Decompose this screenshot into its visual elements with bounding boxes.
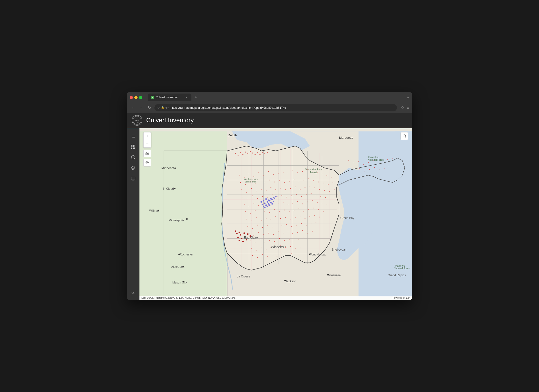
svg-point-322 [183, 281, 184, 283]
svg-point-235 [277, 256, 277, 257]
sidebar: >> [127, 128, 139, 300]
bookmark-star-button[interactable]: ☆ [401, 105, 404, 110]
svg-text:Minnesota: Minnesota [161, 166, 176, 170]
minimize-traffic-light[interactable] [134, 96, 138, 99]
svg-point-188 [296, 225, 297, 225]
svg-point-86 [323, 183, 324, 183]
svg-point-107 [329, 191, 330, 192]
svg-point-157 [303, 211, 304, 211]
svg-point-320 [182, 266, 184, 267]
svg-point-123 [311, 193, 312, 194]
svg-point-106 [324, 190, 325, 191]
title-bar: Culvert Inventory × + ∨ [127, 92, 412, 103]
svg-point-267 [257, 152, 258, 153]
svg-point-153 [284, 210, 285, 210]
svg-point-56 [273, 174, 274, 175]
svg-point-272 [261, 201, 262, 203]
forward-button[interactable]: → [138, 105, 144, 111]
location-button[interactable] [143, 159, 151, 167]
svg-text:Minneapolis: Minneapolis [169, 219, 184, 222]
svg-point-118 [286, 197, 287, 197]
maximize-traffic-light[interactable] [139, 96, 142, 99]
svg-point-263 [247, 153, 248, 154]
sidebar-item-layers[interactable] [128, 163, 138, 173]
active-tab[interactable]: Culvert Inventory × [148, 94, 191, 101]
sidebar-item-screen[interactable] [128, 174, 138, 183]
svg-point-246 [383, 161, 383, 162]
browser-menu-button[interactable]: ≡ [407, 106, 409, 110]
svg-point-161 [323, 211, 324, 211]
svg-point-57 [278, 173, 279, 174]
svg-text:National Forest: National Forest [394, 267, 410, 270]
refresh-button[interactable]: ↻ [146, 105, 153, 111]
tab-close-button[interactable]: × [185, 95, 189, 99]
svg-point-201 [288, 232, 288, 232]
svg-point-87 [328, 184, 328, 185]
svg-point-255 [379, 169, 380, 170]
map-area[interactable]: Duluth Marquette Minnesota St Cloud Minn… [139, 128, 412, 300]
svg-point-220 [256, 250, 257, 251]
svg-point-55 [268, 171, 269, 172]
close-traffic-light[interactable] [130, 96, 133, 99]
svg-point-156 [299, 208, 299, 209]
svg-point-248 [392, 158, 393, 159]
svg-point-187 [291, 226, 292, 227]
svg-point-213 [279, 238, 280, 239]
svg-point-193 [249, 233, 249, 234]
svg-point-273 [263, 200, 264, 202]
svg-point-128 [249, 206, 249, 207]
svg-point-256 [384, 168, 385, 169]
svg-text:Willmar: Willmar [149, 209, 159, 212]
new-tab-button[interactable]: + [192, 94, 199, 101]
svg-point-91 [251, 188, 252, 189]
svg-point-260 [240, 152, 241, 153]
svg-rect-18 [134, 148, 135, 148]
sidebar-expand-button[interactable]: >> [128, 289, 138, 297]
back-button[interactable]: ← [130, 105, 136, 111]
svg-point-200 [283, 233, 284, 233]
sidebar-item-info[interactable] [128, 152, 138, 162]
svg-point-74 [264, 183, 265, 183]
svg-point-104 [314, 188, 315, 188]
address-bar[interactable]: 🛡 🔒 ⊘≡ https://uw-mad.maps.arcgis.com/ap… [154, 104, 397, 111]
svg-point-311 [174, 188, 175, 189]
tracking-icon: ⊘≡ [165, 106, 169, 109]
svg-point-262 [245, 152, 246, 152]
map-controls: + − [143, 132, 151, 167]
svg-rect-10 [131, 145, 132, 146]
svg-point-167 [270, 219, 271, 220]
svg-point-179 [252, 228, 253, 229]
svg-point-205 [307, 233, 308, 233]
svg-point-252 [364, 171, 365, 171]
svg-text:Milwaukee: Milwaukee [327, 274, 341, 277]
svg-point-280 [264, 203, 266, 204]
svg-point-217 [299, 239, 299, 240]
shield-icon: 🛡 [157, 106, 160, 109]
svg-point-277 [273, 197, 274, 198]
sidebar-item-list[interactable] [128, 131, 138, 141]
svg-point-293 [271, 203, 273, 205]
svg-point-93 [261, 189, 262, 190]
svg-point-251 [359, 168, 360, 169]
svg-point-162 [246, 219, 247, 219]
svg-point-207 [250, 240, 251, 241]
svg-rect-15 [134, 146, 135, 147]
app-title: Culvert Inventory [146, 116, 194, 124]
svg-point-247 [387, 159, 388, 160]
zoom-in-button[interactable]: + [143, 132, 151, 140]
svg-text:Wisconsin: Wisconsin [271, 245, 286, 249]
svg-point-121 [301, 196, 302, 197]
svg-point-54 [263, 175, 264, 175]
svg-point-60 [292, 170, 293, 171]
svg-point-89 [241, 189, 242, 190]
svg-point-75 [269, 180, 270, 180]
tab-list-chevron[interactable]: ∨ [407, 95, 409, 99]
zoom-out-button[interactable]: − [143, 140, 151, 148]
svg-text:Fond du Lac: Fond du Lac [310, 253, 326, 256]
svg-point-49 [239, 175, 240, 175]
map-search-button[interactable] [401, 132, 408, 140]
svg-point-58 [283, 172, 284, 173]
sidebar-item-grid[interactable] [128, 142, 138, 152]
svg-point-109 [243, 197, 243, 197]
home-button[interactable] [143, 150, 151, 157]
